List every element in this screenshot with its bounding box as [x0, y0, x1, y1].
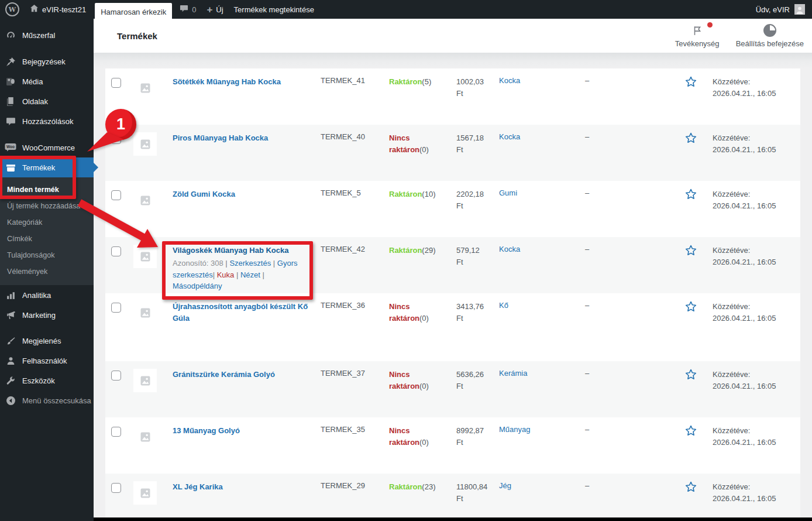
- main-content: Termékek Tevékenység Beállítás befejezés…: [94, 19, 812, 521]
- category-link[interactable]: Jég: [499, 481, 511, 490]
- row-checkbox[interactable]: [111, 78, 121, 88]
- greeting-text[interactable]: Üdv, eVIR: [756, 5, 790, 14]
- product-title-link[interactable]: Újrahasznosított anyagból készült Kő Gúl…: [173, 301, 316, 324]
- category-link[interactable]: Kocka: [499, 76, 520, 85]
- appearance-icon: [5, 336, 16, 346]
- row-checkbox[interactable]: [111, 246, 121, 256]
- sidebar-item-products[interactable]: Termékek: [0, 157, 94, 177]
- row-action-edit[interactable]: Szerkesztés: [229, 259, 271, 268]
- flag-icon: [692, 24, 703, 37]
- sidebar-item-dashboard[interactable]: Műszerfal: [0, 25, 94, 45]
- star-icon[interactable]: [684, 480, 698, 494]
- product-title-link[interactable]: Piros Műanyag Hab Kocka: [173, 132, 268, 144]
- products-icon: [5, 163, 16, 173]
- product-date: Közzétéve:2026.04.21., 16:05: [713, 68, 800, 125]
- product-date: Közzétéve:2026.04.21., 16:05: [713, 361, 800, 417]
- star-icon[interactable]: [684, 424, 698, 438]
- featured-star-cell: [682, 68, 713, 125]
- row-action-duplicate[interactable]: Másodpéldány: [173, 282, 222, 290]
- product-title-link[interactable]: Sötétkék Műanyag Hab Kocka: [173, 76, 281, 88]
- avatar[interactable]: [794, 4, 805, 15]
- activity-button[interactable]: Tevékenység: [674, 24, 721, 48]
- star-icon[interactable]: [684, 75, 698, 89]
- star-icon[interactable]: [684, 300, 698, 314]
- row-checkbox[interactable]: [111, 371, 121, 381]
- image-placeholder-icon: [140, 196, 150, 205]
- product-price: 3413,76Ft: [456, 293, 499, 361]
- submenu-item-tags[interactable]: Címkék: [0, 231, 94, 247]
- category-link[interactable]: Kocka: [499, 245, 520, 253]
- row-checkbox[interactable]: [111, 427, 121, 437]
- star-icon[interactable]: [684, 131, 698, 145]
- submenu-item-reviews[interactable]: Vélemények: [0, 263, 94, 280]
- view-products-link[interactable]: Termékek megtekintése: [229, 0, 319, 19]
- featured-star-cell: [682, 417, 713, 474]
- category-link[interactable]: Kő: [499, 301, 508, 310]
- submenu-item-add-new[interactable]: Új termék hozzáadása: [0, 198, 94, 214]
- category-link[interactable]: Gumi: [499, 188, 517, 197]
- bottom-bar: [94, 517, 812, 521]
- sidebar-item-media[interactable]: Média: [0, 71, 94, 91]
- submenu-item-categories[interactable]: Kategóriák: [0, 214, 94, 231]
- coming-soon-button[interactable]: Hamarosan érkezik: [95, 3, 172, 22]
- category-link[interactable]: Műanyag: [499, 425, 530, 434]
- product-price: 1567,18Ft: [456, 125, 499, 181]
- sidebar-item-users[interactable]: Felhasználók: [0, 351, 94, 371]
- row-checkbox[interactable]: [111, 190, 121, 200]
- product-sku: TERMEK_41: [321, 68, 389, 125]
- table-row: Zöld Gumi Kocka Azonosító: 308 | Szerkes…: [105, 181, 800, 237]
- page-title: Termékek: [117, 31, 157, 41]
- comments-menu[interactable]: 0: [174, 0, 201, 19]
- row-actions: Azonosító: 308 | Szerkesztés | Gyors sze…: [173, 258, 316, 292]
- header-shadow: [94, 53, 812, 68]
- submenu-item-attributes[interactable]: Tulajdonságok: [0, 247, 94, 263]
- product-title-link[interactable]: XL Jég Karika: [173, 481, 223, 493]
- star-icon[interactable]: [684, 368, 698, 382]
- site-menu[interactable]: eVIR-teszt21: [25, 0, 91, 19]
- sidebar-item-comments[interactable]: Hozzászólások: [0, 111, 94, 131]
- sidebar-item-pages[interactable]: Oldalak: [0, 91, 94, 111]
- product-category: Kocka: [499, 68, 585, 125]
- table-row: 13 Műanyag Golyó Azonosító: 308 | Szerke…: [105, 417, 800, 474]
- sidebar-item-marketing[interactable]: Marketing: [0, 305, 94, 325]
- product-date: Közzétéve:2026.04.21., 16:05: [713, 474, 800, 521]
- sidebar-item-analytics[interactable]: Analitika: [0, 285, 94, 305]
- submenu-item-all-products[interactable]: Minden termék: [0, 181, 94, 198]
- product-title-link[interactable]: Világoskék Műanyag Hab Kocka: [173, 245, 288, 256]
- product-title-link[interactable]: 13 Műanyag Golyó: [173, 425, 240, 437]
- sidebar-item-woocommerce[interactable]: Woo WooCommerce: [0, 138, 94, 157]
- product-tags: –: [585, 68, 682, 125]
- new-content-menu[interactable]: + Új: [201, 0, 228, 19]
- sidebar-item-appearance[interactable]: Megjelenés: [0, 331, 94, 351]
- row-checkbox[interactable]: [111, 483, 121, 493]
- product-stock: Nincs raktáron(0): [389, 293, 456, 361]
- sidebar-item-tools[interactable]: Eszközök: [0, 371, 94, 390]
- analytics-icon: [5, 290, 16, 300]
- collapse-menu-button[interactable]: Menü összecsukása: [0, 390, 94, 410]
- image-placeholder-icon: [140, 432, 150, 442]
- sidebar-item-posts[interactable]: Bejegyzések: [0, 52, 94, 71]
- product-price: 11800,84Ft: [456, 474, 499, 521]
- category-link[interactable]: Kerámia: [499, 369, 527, 378]
- wordpress-menu[interactable]: W: [0, 0, 25, 19]
- category-link[interactable]: Kocka: [499, 132, 520, 141]
- product-stock: Nincs raktáron(0): [389, 417, 456, 474]
- products-table: Sötétkék Műanyag Hab Kocka Azonosító: 30…: [105, 68, 800, 521]
- product-price: 579,12Ft: [456, 237, 499, 293]
- product-stock: Raktáron(5): [389, 68, 456, 125]
- current-menu-arrow: [94, 163, 98, 172]
- product-title-link[interactable]: Gránitszürke Kerámia Golyó: [173, 369, 275, 381]
- star-icon[interactable]: [684, 187, 698, 201]
- site-name: eVIR-teszt21: [42, 5, 86, 14]
- row-checkbox[interactable]: [111, 134, 121, 144]
- notification-dot: [707, 22, 713, 28]
- wordpress-logo-icon: W: [5, 2, 19, 16]
- product-title-link[interactable]: Zöld Gumi Kocka: [173, 188, 235, 200]
- row-action-view[interactable]: Nézet: [240, 270, 260, 279]
- star-icon[interactable]: [684, 244, 698, 258]
- row-action-trash[interactable]: Kuka: [217, 270, 235, 279]
- row-checkbox[interactable]: [111, 303, 121, 313]
- product-table-body: Sötétkék Műanyag Hab Kocka Azonosító: 30…: [105, 68, 800, 521]
- product-tags: –: [585, 474, 682, 521]
- finish-setup-button[interactable]: Beállítás befejezése: [736, 24, 804, 48]
